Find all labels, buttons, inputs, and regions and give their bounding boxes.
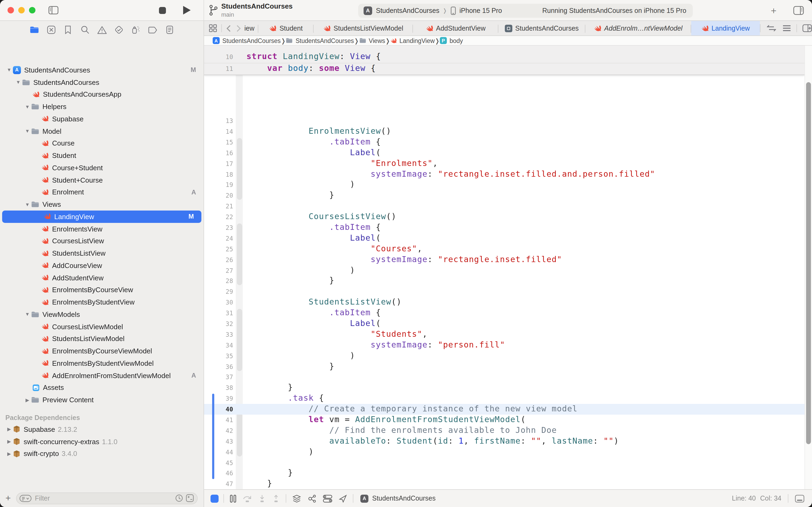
sidebar-item-landingview[interactable]: LandingViewM: [2, 211, 201, 223]
debug-memory-graph-icon[interactable]: [308, 494, 316, 502]
recents-clock-icon[interactable]: [175, 494, 183, 502]
chevron-right-icon[interactable]: ▶: [5, 451, 13, 456]
code-line-25[interactable]: 25 "Courses",: [204, 244, 812, 255]
zoom-window-button[interactable]: [29, 7, 36, 13]
code-line-31[interactable]: 31 .tabItem {: [204, 308, 812, 319]
issues-icon[interactable]: [97, 25, 107, 35]
code-line-17[interactable]: 17 "Enrolments",: [204, 158, 812, 169]
sidebar-item-studentsandcoursesapp[interactable]: StudentsAndCoursesApp: [0, 88, 204, 101]
sidebar-item-student-course[interactable]: Student+Course: [0, 174, 204, 186]
code-line-11[interactable]: 11 var body: some View {: [204, 63, 805, 74]
code-line-28[interactable]: 28 }: [204, 276, 812, 287]
code-line-29[interactable]: 29: [204, 287, 812, 297]
breadcrumb-landingview[interactable]: LandingView: [391, 37, 435, 44]
breakpoints-toggle-button[interactable]: [211, 494, 219, 502]
sidebar-item-studentsandcourses[interactable]: ▼AStudentsAndCoursesM: [0, 64, 204, 76]
tab-student[interactable]: Student: [258, 21, 313, 36]
sidebar-package-supabase[interactable]: ▶Supabase2.13.2: [0, 423, 204, 436]
code-line-37[interactable]: 37: [204, 372, 812, 383]
tab-addstudentview[interactable]: AddStudentView: [413, 21, 499, 36]
sidebar-item-enrolmentsbystudentview[interactable]: EnrolmentsByStudentView: [0, 296, 204, 308]
step-over-icon[interactable]: [243, 494, 252, 502]
code-line-20[interactable]: 20 }: [204, 190, 812, 201]
code-line-42[interactable]: 42 // Find the enrolments available to J…: [204, 426, 812, 436]
go-back-icon[interactable]: [226, 24, 231, 32]
add-tab-icon[interactable]: ＋: [769, 4, 778, 17]
chevron-down-icon[interactable]: ▼: [23, 312, 31, 317]
sidebar-item-enrolment[interactable]: EnrolmentA: [0, 186, 204, 199]
code-line-10[interactable]: 10struct LandingView: View {: [204, 52, 805, 63]
code-line-43[interactable]: 43 availableTo: Student(id: 1, firstName…: [204, 436, 812, 447]
filter-field[interactable]: [16, 492, 197, 504]
go-forward-icon[interactable]: [236, 24, 241, 32]
sidebar-item-course[interactable]: Course: [0, 137, 204, 150]
close-window-button[interactable]: [7, 7, 14, 13]
sidebar-item-model[interactable]: ▼Model: [0, 125, 204, 137]
reports-icon[interactable]: [165, 25, 174, 35]
debug-view-hierarchy-icon[interactable]: [292, 494, 301, 502]
toggle-sidebar-icon[interactable]: [48, 6, 59, 17]
code-line-13[interactable]: 13: [204, 115, 812, 126]
breadcrumb-body[interactable]: Pbody: [440, 37, 463, 44]
sidebar-item-preview-content[interactable]: ▶Preview Content: [0, 394, 204, 406]
sidebar-item-addcourseview[interactable]: AddCourseView: [0, 260, 204, 272]
add-editor-icon[interactable]: [802, 24, 812, 32]
code-line-14[interactable]: 14 EnrolmentsView(): [204, 126, 812, 137]
filter-input[interactable]: [35, 494, 175, 502]
sidebar-item-studentslistviewmodel[interactable]: StudentsListViewModel: [0, 333, 204, 345]
sidebar-item-viewmodels[interactable]: ▼ViewModels: [0, 308, 204, 321]
chevron-right-icon[interactable]: ▶: [23, 397, 31, 402]
sidebar-item-supabase[interactable]: Supabase: [0, 113, 204, 125]
sidebar-item-addenrolmentfromstudentviewmodel[interactable]: AddEnrolmentFromStudentViewModelA: [0, 370, 204, 382]
sidebar-item-course-student[interactable]: Course+Student: [0, 162, 204, 174]
source-editor[interactable]: 1314 EnrolmentsView()15 .tabItem {16 Lab…: [204, 46, 812, 489]
step-into-icon[interactable]: [258, 494, 266, 502]
code-line-26[interactable]: 26 systemImage: "rectangle.inset.filled": [204, 254, 812, 265]
editor-layout-icon[interactable]: [795, 494, 805, 502]
tab-landingview[interactable]: LandingView: [691, 21, 760, 36]
code-line-38[interactable]: 38 }: [204, 383, 812, 393]
editor-options-icon[interactable]: [782, 25, 791, 32]
minimize-window-button[interactable]: [18, 7, 25, 13]
sidebar-package-swift-crypto[interactable]: ▶swift-crypto3.4.0: [0, 448, 204, 460]
source-control-filter-icon[interactable]: [186, 494, 194, 502]
code-line-24[interactable]: 24 Label(: [204, 233, 812, 244]
run-destination[interactable]: iPhone 15 Pro: [459, 7, 502, 14]
code-line-34[interactable]: 34 systemImage: "person.fill": [204, 340, 812, 351]
sidebar-item-studentslistview[interactable]: StudentsListView: [0, 247, 204, 260]
code-line-44[interactable]: 44 ): [204, 447, 812, 457]
step-out-icon[interactable]: [272, 494, 280, 502]
code-line-47[interactable]: 47 }: [204, 479, 812, 489]
simulate-location-icon[interactable]: [339, 494, 347, 502]
find-icon[interactable]: [80, 25, 90, 35]
sidebar-item-enrolmentsbycourseviewmodel[interactable]: EnrolmentsByCourseViewModel: [0, 345, 204, 357]
chevron-down-icon[interactable]: ▼: [5, 67, 13, 73]
environment-overrides-icon[interactable]: [323, 494, 333, 502]
code-line-33[interactable]: 33 "Students",: [204, 329, 812, 340]
code-line-41[interactable]: 41 let vm = AddEnrolmentFromStudentViewM…: [204, 415, 812, 426]
stop-button[interactable]: [159, 7, 166, 14]
code-line-32[interactable]: 32 Label(: [204, 319, 812, 329]
sticky-declaration-header[interactable]: 10struct LandingView: View {11 var body:…: [204, 46, 805, 75]
scrollbar-thumb[interactable]: [806, 82, 811, 444]
code-review-icon[interactable]: [767, 25, 776, 32]
sidebar-item-helpers[interactable]: ▼Helpers: [0, 101, 204, 113]
code-line-39[interactable]: 39 .task {: [204, 393, 812, 404]
code-line-16[interactable]: 16 Label(: [204, 148, 812, 158]
chevron-down-icon[interactable]: ▼: [23, 202, 31, 207]
breadcrumb-views[interactable]: Views: [359, 37, 385, 44]
bookmarks-icon[interactable]: [63, 25, 73, 35]
chevron-right-icon[interactable]: ▶: [5, 427, 13, 432]
chevron-down-icon[interactable]: ▼: [14, 79, 22, 85]
code-line-21[interactable]: 21: [204, 201, 812, 212]
tab-studentsandcourses[interactable]: StudentsAndCourses: [499, 21, 585, 36]
chevron-right-icon[interactable]: ▶: [5, 439, 13, 444]
run-button[interactable]: [183, 6, 191, 14]
scheme-selector[interactable]: A StudentsAndCourses ❭ iPhone 15 Pro Run…: [358, 3, 693, 17]
code-line-15[interactable]: 15 .tabItem {: [204, 137, 812, 148]
add-file-button[interactable]: ＋: [0, 493, 16, 504]
code-line-35[interactable]: 35 ): [204, 350, 812, 361]
related-items-icon[interactable]: [209, 24, 217, 32]
sidebar-package-swift-concurrency-extras[interactable]: ▶swift-concurrency-extras1.1.0: [0, 436, 204, 448]
tab-iew[interactable]: iew: [244, 21, 258, 36]
